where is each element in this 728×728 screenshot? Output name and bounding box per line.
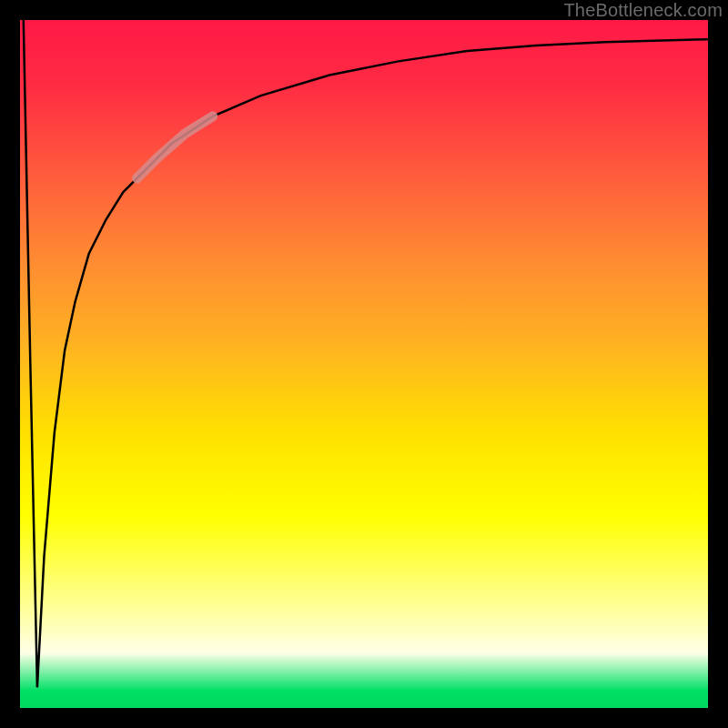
chart-svg <box>20 20 708 708</box>
curve-line <box>24 20 708 687</box>
plot-area <box>20 20 708 708</box>
chart-container: TheBottleneck.com <box>0 0 728 728</box>
highlight-segment <box>137 116 213 178</box>
watermark-text: TheBottleneck.com <box>563 0 723 21</box>
